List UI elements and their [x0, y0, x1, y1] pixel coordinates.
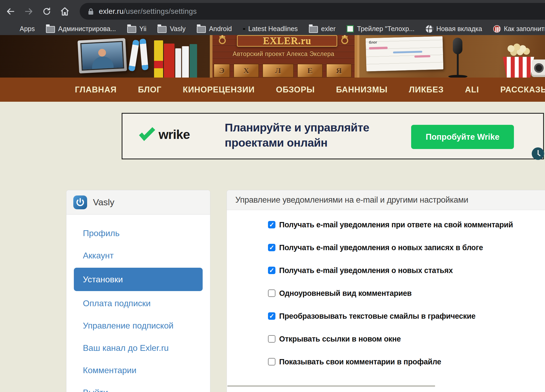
nav-link[interactable]: ALI — [465, 85, 479, 95]
bookmark-item[interactable]: Android — [193, 24, 236, 34]
sidebar-item[interactable]: Профиль — [66, 222, 210, 244]
nav-link[interactable]: БАННИЗМЫ — [336, 85, 388, 95]
bookmark-item[interactable]: Latest Headlines — [239, 24, 301, 34]
bookmark-item[interactable]: exler — [305, 24, 339, 34]
bookmark-label: exler — [321, 25, 335, 33]
marker-pen — [128, 40, 139, 71]
sidebar-item-label: Ваш канал до Exler.ru — [83, 343, 169, 353]
bookmark-item[interactable]: Новая вкладка — [422, 24, 486, 34]
checkbox[interactable] — [268, 221, 275, 228]
checkbox-label: Получать e-mail уведомления при ответе н… — [279, 220, 513, 229]
power-icon — [76, 198, 85, 207]
user-sidebar: Vasly Профиль Аккаунт Установки Оплата п… — [66, 190, 210, 392]
sidebar-item[interactable]: Установки — [74, 268, 203, 291]
ornament-ring — [219, 37, 226, 44]
forward-button[interactable] — [21, 4, 36, 19]
bookmark-label: Yii — [139, 25, 147, 33]
wrike-logo: wrike — [139, 127, 190, 142]
film-projector — [531, 59, 545, 77]
lock-icon — [88, 8, 94, 15]
site-logo[interactable]: EXLER.ru — [237, 35, 337, 47]
sidebar-item[interactable]: Управление подпиской — [66, 314, 210, 337]
microphone-icon — [453, 38, 462, 54]
checkbox[interactable] — [268, 358, 275, 365]
ad-info-clock-icon[interactable] — [532, 147, 544, 160]
setting-row[interactable]: Получать e-mail уведомления о новых запи… — [268, 236, 545, 259]
checkbox[interactable] — [268, 289, 275, 297]
reload-button[interactable] — [39, 4, 54, 19]
calendar-board: блог — [365, 36, 443, 71]
site-subtitle: Авторский проект Алекса Экслера — [212, 50, 355, 58]
checkbox[interactable] — [268, 312, 275, 320]
setting-row[interactable]: Получать e-mail уведомления при ответе н… — [268, 213, 545, 236]
checkbox[interactable] — [268, 267, 275, 274]
sidebar-item[interactable]: Комментарии — [66, 359, 210, 381]
bookmark-icon — [426, 25, 433, 33]
calendar-label: блог — [369, 39, 440, 45]
letter-block: Я — [326, 64, 352, 78]
url-text: exler.ru/user/settings/settings — [99, 7, 197, 16]
ad-headline: Планируйте и управляйте проектами онлайн — [225, 120, 405, 150]
url-path: /user/settings/settings — [124, 7, 197, 15]
browser-toolbar: exler.ru/user/settings/settings — [0, 0, 545, 23]
setting-row[interactable]: Получать e-mail уведомления о новых стат… — [268, 259, 545, 282]
sidebar-item[interactable]: Оплата подписки — [66, 292, 210, 314]
nav-link[interactable]: ОБЗОРЫ — [276, 85, 315, 95]
bookmark-label: Новая вкладка — [436, 25, 482, 33]
home-icon — [60, 6, 70, 16]
sidebar-item-label: Комментарии — [83, 365, 137, 375]
bookmark-item[interactable]: Администрирова... — [42, 24, 120, 34]
settings-header: Управление уведомлениями на e-mail и дру… — [227, 190, 545, 210]
checkbox-label: Одноуровневый вид комментариев — [279, 289, 412, 298]
banner-right-shelf: блог — [357, 35, 545, 78]
nav-link[interactable]: ЛИКБЕЗ — [409, 85, 444, 95]
url-host: exler.ru — [99, 7, 124, 15]
wrike-wordmark: wrike — [159, 127, 190, 142]
setting-row[interactable]: Открывать ссылки в новом окне — [268, 327, 545, 350]
sidebar-item-label: Профиль — [83, 228, 120, 238]
checkbox-label: Получать e-mail уведомления о новых запи… — [279, 243, 483, 252]
setting-row[interactable]: Преобразовывать текстовые смайлы в графи… — [268, 305, 545, 327]
photo-frame — [78, 38, 127, 73]
ad-banner[interactable]: wrike Планируйте и управляйте проектами … — [122, 113, 544, 159]
settings-body: Получать e-mail уведомления при ответе н… — [227, 210, 545, 387]
sidebar-item[interactable]: Аккаунт — [66, 244, 210, 267]
ad-headline-line2: проектами онлайн — [225, 135, 405, 150]
letter-block: Л — [262, 64, 294, 78]
bookmark-item[interactable]: Трейлер "Телохр... — [343, 24, 418, 34]
bookmark-item[interactable]: Vasly — [154, 24, 189, 34]
banner-center: EXLER.ru Авторский проект Алекса Экслера… — [210, 35, 357, 78]
banner-left-shelf — [0, 35, 210, 78]
letter-blocks: Э Х Л Е Я — [212, 63, 355, 78]
address-bar[interactable]: exler.ru/user/settings/settings — [80, 3, 545, 20]
checkbox[interactable] — [268, 244, 275, 251]
back-button[interactable] — [3, 4, 18, 19]
setting-row[interactable]: Одноуровневый вид комментариев — [268, 282, 545, 305]
bookmark-label: Apps — [20, 25, 35, 33]
sidebar-item-label: Выйти — [83, 388, 108, 392]
setting-row[interactable]: Показывать свои комментарии в профайле — [268, 350, 545, 373]
sidebar-item[interactable]: Ваш канал до Exler.ru — [66, 337, 210, 359]
home-button[interactable] — [57, 4, 72, 19]
username: Vasly — [93, 197, 114, 207]
nav-link[interactable]: КИНОРЕЦЕНЗИИ — [183, 85, 255, 95]
nav-link[interactable]: БЛОГ — [138, 85, 161, 95]
sidebar-menu: Профиль Аккаунт Установки Оплата подписк… — [66, 215, 210, 392]
site-title: EXLER.ru — [263, 35, 311, 47]
bookmark-icon — [347, 25, 354, 32]
checkbox[interactable] — [268, 335, 275, 343]
checkbox-label: Показывать свои комментарии в профайле — [279, 357, 441, 366]
settings-panel: Управление уведомлениями на e-mail и дру… — [227, 190, 545, 392]
nav-link[interactable]: РАССКАЗЫ — [500, 85, 545, 95]
photo — [80, 41, 124, 71]
bookmark-item[interactable]: Как заполнить — [489, 24, 545, 34]
letter-block: Е — [297, 64, 323, 78]
sidebar-item-label: Управление подпиской — [83, 321, 173, 331]
bookmark-item[interactable]: Yii — [124, 24, 150, 34]
ornament-ring — [341, 37, 348, 44]
nav-link[interactable]: ГЛАВНАЯ — [75, 85, 117, 95]
bookmark-item[interactable]: Apps — [5, 24, 39, 34]
sidebar-item[interactable]: Выйти — [66, 381, 210, 392]
sidebar-item-label: Оплата подписки — [83, 299, 151, 308]
ad-cta-button[interactable]: Попробуйте Wrike — [411, 125, 514, 149]
